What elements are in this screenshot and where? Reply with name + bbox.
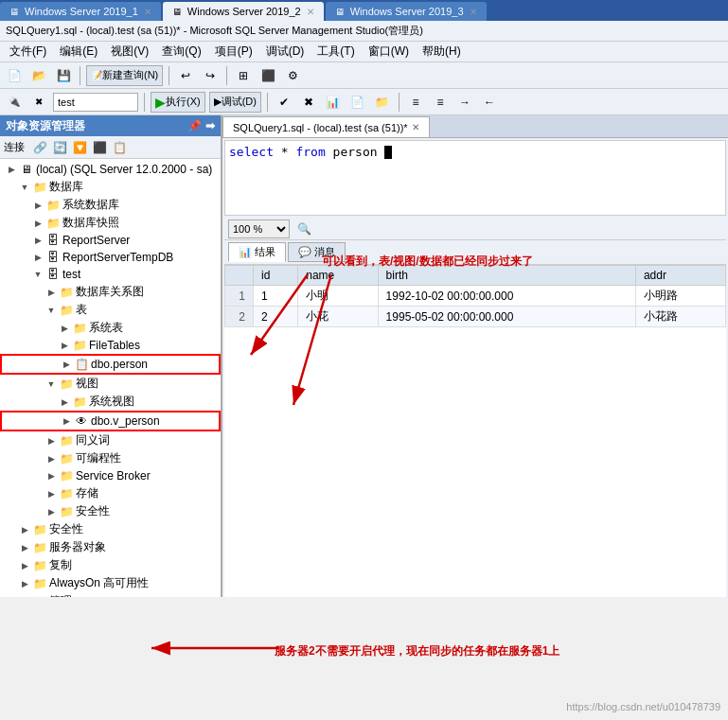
zoom-selector[interactable]: 100 % 75 % 50 % [228, 220, 290, 238]
tree-expand-icon[interactable]: ▶ [59, 360, 74, 369]
tree-expand-icon[interactable]: ▶ [17, 543, 32, 553]
tree-expand-icon[interactable]: ▶ [4, 165, 19, 174]
zoom-out-btn[interactable]: 🔍 [295, 220, 312, 237]
explorer-filter-btn[interactable]: 🔽 [71, 139, 88, 156]
save-btn[interactable]: 💾 [53, 65, 74, 86]
results-tab-results[interactable]: 📊 结果 [228, 242, 286, 262]
results-btn[interactable]: 📊 [323, 92, 344, 113]
tree-item[interactable]: ▶📁复制 [0, 556, 221, 574]
tree-expand-icon[interactable]: ▼ [44, 306, 59, 315]
undo-btn[interactable]: ↩ [175, 65, 196, 86]
tree-expand-icon[interactable]: ▶ [57, 397, 72, 407]
menu-view[interactable]: 视图(V) [105, 42, 154, 61]
debug-btn[interactable]: ▶ 调试(D) [209, 92, 261, 113]
execute-btn[interactable]: ▶ 执行(X) [151, 92, 205, 113]
menu-project[interactable]: 项目(P) [209, 42, 258, 61]
tree-item[interactable]: ▶📋dbo.person [0, 354, 221, 375]
database-selector[interactable]: test [53, 93, 138, 112]
results-tab-messages[interactable]: 💬 消息 [288, 242, 346, 262]
tree-expand-icon[interactable]: ▶ [30, 236, 45, 245]
tree-item[interactable]: ▼📁数据库 [0, 178, 221, 196]
tree-item[interactable]: ▶🖥(local) (SQL Server 12.0.2000 - sa) [0, 161, 221, 178]
menu-query[interactable]: 查询(Q) [156, 42, 206, 61]
panel-pin-btn[interactable]: 📌 [187, 119, 202, 132]
panel-auto-hide-btn[interactable]: ➡ [205, 119, 215, 132]
disconnect-btn[interactable]: ✖ [28, 92, 49, 113]
menu-file[interactable]: 文件(F) [4, 42, 52, 61]
parse-btn[interactable]: ✖ [298, 92, 319, 113]
tree-item[interactable]: ▶📁系统表 [0, 319, 221, 337]
tree-expand-icon[interactable]: ▶ [44, 436, 59, 446]
new-query-btn[interactable]: 📝 新建查询(N) [86, 65, 163, 86]
tree-expand-icon[interactable]: ▶ [44, 489, 59, 499]
tree-item[interactable]: ▶🗄ReportServerTempDB [0, 249, 221, 266]
tab-win2[interactable]: 🖥 Windows Server 2019_2 ✕ [163, 2, 324, 21]
menu-edit[interactable]: 编辑(E) [54, 42, 103, 61]
tree-item[interactable]: ▶🗄ReportServer [0, 232, 221, 249]
tree-item[interactable]: ▶📁系统视图 [0, 393, 221, 411]
tab-win1-close[interactable]: ✕ [144, 7, 151, 17]
tree-item[interactable]: ▶📁管理 [0, 592, 221, 597]
tree-expand-icon[interactable]: ▶ [59, 416, 74, 426]
gear-icon[interactable]: ⚙ [282, 65, 303, 86]
align-right-btn[interactable]: ≡ [430, 92, 451, 113]
align-left-btn[interactable]: ≡ [405, 92, 426, 113]
tree-item[interactable]: ▼📁视图 [0, 375, 221, 393]
explorer-stop-btn[interactable]: ⬛ [91, 139, 108, 156]
tree-item[interactable]: ▶👁dbo.v_person [0, 411, 221, 431]
tree-item[interactable]: ▶📁安全性 [0, 502, 221, 520]
outdent-btn[interactable]: ← [479, 92, 500, 113]
grid-btn[interactable]: ⊞ [233, 65, 254, 86]
connect-btn[interactable]: 🔌 [4, 92, 25, 113]
tree-item[interactable]: ▶📁FileTables [0, 337, 221, 354]
tree-item[interactable]: ▼📁表 [0, 301, 221, 319]
tree-expand-icon[interactable]: ▶ [57, 324, 72, 333]
tree-expand-icon[interactable]: ▶ [44, 288, 59, 297]
tree-item[interactable]: ▶📁Service Broker [0, 467, 221, 484]
explorer-connect-btn[interactable]: 🔗 [31, 139, 48, 156]
tree-expand-icon[interactable]: ▶ [44, 507, 59, 517]
tree-expand-icon[interactable]: ▶ [30, 219, 45, 228]
tree-item[interactable]: ▶📁存储 [0, 484, 221, 502]
tree-expand-icon[interactable]: ▼ [30, 270, 45, 279]
query-tab-close[interactable]: ✕ [412, 122, 419, 132]
tree-item[interactable]: ▶📁安全性 [0, 520, 221, 538]
tab-win2-close[interactable]: ✕ [307, 7, 314, 17]
tree-item[interactable]: ▶📁可编程性 [0, 449, 221, 467]
indent-btn[interactable]: → [454, 92, 475, 113]
tree-expand-icon[interactable]: ▶ [17, 597, 32, 598]
tree-expand-icon[interactable]: ▶ [17, 579, 32, 588]
tree-item[interactable]: ▶📁数据库快照 [0, 214, 221, 232]
tree-expand-icon[interactable]: ▶ [44, 454, 59, 464]
tree-expand-icon[interactable]: ▶ [57, 341, 72, 350]
tab-win1[interactable]: 🖥 Windows Server 2019_1 ✕ [0, 2, 161, 21]
tree-item[interactable]: ▶📁系统数据库 [0, 196, 221, 214]
tree-item[interactable]: ▶📁AlwaysOn 高可用性 [0, 574, 221, 592]
tab-win3-close[interactable]: ✕ [470, 7, 477, 17]
tree-expand-icon[interactable]: ▼ [17, 183, 32, 192]
open-btn[interactable]: 📂 [28, 65, 49, 86]
tree-expand-icon[interactable]: ▶ [30, 253, 45, 262]
menu-tools[interactable]: 工具(T) [311, 42, 360, 61]
stop-btn[interactable]: ⬛ [257, 65, 278, 86]
text-btn[interactable]: 📄 [347, 92, 368, 113]
tree-item[interactable]: ▶📁同义词 [0, 431, 221, 449]
tree-item[interactable]: ▶📁数据库关系图 [0, 283, 221, 301]
redo-btn[interactable]: ↪ [200, 65, 221, 86]
tree-item[interactable]: ▼🗄test [0, 266, 221, 283]
menu-window[interactable]: 窗口(W) [363, 42, 415, 61]
tree-expand-icon[interactable]: ▶ [17, 525, 32, 535]
explorer-refresh-btn[interactable]: 🔄 [51, 139, 68, 156]
tree-expand-icon[interactable]: ▶ [44, 471, 59, 481]
explorer-props-btn[interactable]: 📋 [111, 139, 128, 156]
tree-item[interactable]: ▶📁服务器对象 [0, 538, 221, 556]
tree-expand-icon[interactable]: ▶ [30, 201, 45, 210]
query-tab-active[interactable]: SQLQuery1.sql - (local).test (sa (51))* … [222, 116, 430, 137]
file-btn[interactable]: 📁 [372, 92, 393, 113]
new-file-btn[interactable]: 📄 [4, 65, 25, 86]
menu-help[interactable]: 帮助(H) [417, 42, 467, 61]
check-btn[interactable]: ✔ [274, 92, 294, 113]
tree-expand-icon[interactable]: ▶ [17, 561, 32, 571]
tree-expand-icon[interactable]: ▼ [44, 379, 59, 389]
sql-editor[interactable]: select * from person [224, 140, 726, 216]
